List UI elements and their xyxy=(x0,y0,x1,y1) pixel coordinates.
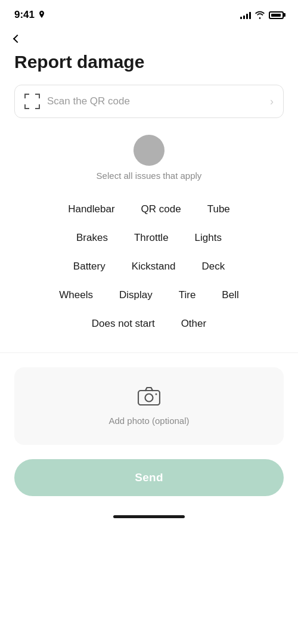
status-bar: 9:41 xyxy=(0,0,298,26)
svg-rect-0 xyxy=(138,391,160,405)
issue-tube[interactable]: Tube xyxy=(194,195,243,224)
issue-does-not-start[interactable]: Does not start xyxy=(79,309,168,338)
issue-lights[interactable]: Lights xyxy=(182,224,235,252)
divider xyxy=(0,352,298,353)
issue-brakes[interactable]: Brakes xyxy=(63,224,121,252)
qr-chevron-icon: › xyxy=(270,95,274,108)
send-button[interactable]: Send xyxy=(14,459,284,496)
issue-kickstand[interactable]: Kickstand xyxy=(119,252,189,281)
home-indicator xyxy=(0,508,298,530)
issue-handlebar[interactable]: Handlebar xyxy=(55,195,128,224)
issue-qrcode[interactable]: QR code xyxy=(128,195,194,224)
issues-row-1: Handlebar QR code Tube xyxy=(12,195,286,224)
svg-point-2 xyxy=(156,394,157,395)
issue-tire[interactable]: Tire xyxy=(166,281,209,309)
photo-label: Add photo (optional) xyxy=(108,416,189,426)
home-bar xyxy=(113,515,185,518)
svg-point-1 xyxy=(145,394,153,402)
back-button[interactable] xyxy=(14,36,21,42)
issue-wheels[interactable]: Wheels xyxy=(46,281,106,309)
issues-row-2: Brakes Throttle Lights xyxy=(12,224,286,252)
issues-row-3: Battery Kickstand Deck xyxy=(12,252,286,281)
page-title: Report damage xyxy=(0,47,298,85)
battery-icon xyxy=(269,11,284,19)
qr-scan-icon xyxy=(24,94,40,109)
qr-scan-placeholder: Scan the QR code xyxy=(47,95,130,107)
issues-row-5: Does not start Other xyxy=(12,309,286,338)
vehicle-circle-container xyxy=(0,135,298,166)
vehicle-circle xyxy=(134,135,164,166)
location-icon xyxy=(38,11,45,19)
signal-icon xyxy=(240,11,251,19)
issue-deck[interactable]: Deck xyxy=(188,252,238,281)
status-icons xyxy=(240,11,284,19)
camera-icon xyxy=(138,386,160,410)
back-arrow-icon xyxy=(13,35,21,43)
status-time: 9:41 xyxy=(14,9,35,21)
send-btn-wrap: Send xyxy=(0,445,298,508)
issue-battery[interactable]: Battery xyxy=(60,252,119,281)
issue-other[interactable]: Other xyxy=(168,309,220,338)
nav-back xyxy=(0,26,298,47)
select-all-label: Select all issues that apply xyxy=(0,171,298,181)
qr-scan-row[interactable]: Scan the QR code › xyxy=(14,85,284,118)
issues-container: Handlebar QR code Tube Brakes Throttle L… xyxy=(0,195,298,338)
issue-throttle[interactable]: Throttle xyxy=(121,224,182,252)
issues-row-4: Wheels Display Tire Bell xyxy=(12,281,286,309)
issue-bell[interactable]: Bell xyxy=(209,281,252,309)
issue-display[interactable]: Display xyxy=(106,281,166,309)
qr-scan-left: Scan the QR code xyxy=(24,94,130,109)
photo-section[interactable]: Add photo (optional) xyxy=(14,367,284,445)
wifi-icon xyxy=(254,11,265,19)
